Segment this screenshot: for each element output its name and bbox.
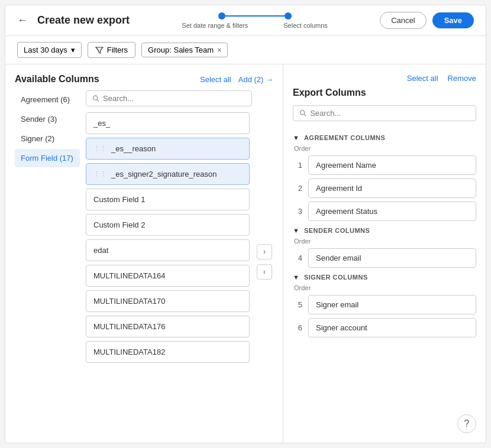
export-item-num: 3 <box>293 207 302 216</box>
left-panel-title: Available Columns <box>15 74 99 85</box>
filters-label: Filters <box>107 46 128 54</box>
export-item: 4 Sender email <box>293 248 476 268</box>
list-item[interactable]: MULTILINEDATA182 <box>86 341 250 363</box>
export-item-label: Signer email <box>308 295 476 314</box>
content-area: Available Columns Select all Add (2) → A… <box>5 64 486 443</box>
category-list: Agreement (6) Sender (3) Signer (2) Form… <box>15 90 80 433</box>
search-icon <box>92 95 99 102</box>
chevron-down-icon: ▾ <box>71 46 75 54</box>
export-item-label: Agreement Status <box>308 202 476 221</box>
step-line <box>225 15 285 17</box>
export-item: 5 Signer email <box>293 295 476 314</box>
sidebar-item-form-field[interactable]: Form Field (17) <box>15 149 80 167</box>
date-range-select[interactable]: Last 30 days ▾ <box>17 42 82 58</box>
item-label: Custom Field 2 <box>93 220 145 229</box>
left-panel-header: Available Columns Select all Add (2) → <box>15 74 273 85</box>
date-range-label: Last 30 days <box>24 46 67 54</box>
filter-icon <box>95 46 104 54</box>
item-label: MULTILINEDATA164 <box>93 271 165 280</box>
column-items: _es_ ⋮⋮ _es__reason ⋮⋮ _es_signer2_signa… <box>86 112 252 433</box>
sidebar-item-sender[interactable]: Sender (3) <box>15 110 80 128</box>
right-panel: Select all Remove Export Columns ▼ AGREE… <box>283 64 486 443</box>
item-label: _es__reason <box>111 144 156 153</box>
item-label: _es_ <box>93 119 110 128</box>
filter-tag-label: Group: Sales Team <box>148 46 214 54</box>
export-search-icon <box>299 109 306 117</box>
drag-handle-icon: ⋮⋮ <box>93 170 106 178</box>
header-actions: Cancel Save <box>380 12 474 29</box>
item-label: MULTILINEDATA182 <box>93 348 165 356</box>
list-item[interactable]: ⋮⋮ _es__reason <box>86 138 250 160</box>
page-title: Create new export <box>37 14 130 27</box>
select-all-link[interactable]: Select all <box>200 75 231 84</box>
export-item: 3 Agreement Status <box>293 202 476 221</box>
sidebar-item-signer[interactable]: Signer (2) <box>15 129 80 148</box>
export-select-all[interactable]: Select all <box>407 74 438 83</box>
list-item[interactable]: Custom Field 2 <box>86 214 250 236</box>
step2-label: Select columns <box>283 22 328 29</box>
move-left-button[interactable]: ‹ <box>257 264 272 280</box>
drag-handle-icon: ⋮⋮ <box>93 145 106 152</box>
left-content: Agreement (6) Sender (3) Signer (2) Form… <box>15 90 273 433</box>
filter-tag: Group: Sales Team × <box>141 43 228 57</box>
item-label: edat <box>93 246 108 255</box>
export-item-num: 4 <box>293 254 302 262</box>
column-search-box <box>86 90 252 106</box>
export-item: 6 Signer account <box>293 318 476 337</box>
export-item-num: 5 <box>293 300 302 309</box>
section-toggle-signer[interactable]: ▼ <box>293 274 299 281</box>
section-name-signer: SIGNER COLUMNS <box>304 274 368 281</box>
left-panel: Available Columns Select all Add (2) → A… <box>5 64 283 443</box>
toolbar: Last 30 days ▾ Filters Group: Sales Team… <box>5 36 486 64</box>
item-label: MULTILINEDATA170 <box>93 297 165 306</box>
svg-line-1 <box>97 99 99 101</box>
export-item-label: Sender email <box>308 248 476 268</box>
section-header-signer: ▼ SIGNER COLUMNS <box>293 274 476 281</box>
save-button[interactable]: Save <box>432 12 474 28</box>
export-search-box <box>293 105 476 121</box>
right-panel-title-row: Export Columns <box>293 87 476 98</box>
export-item: 1 Agreement Name <box>293 155 476 175</box>
order-label-sender: Order <box>293 238 476 245</box>
arrow-buttons: › ‹ <box>256 90 273 433</box>
help-button[interactable]: ? <box>457 414 476 433</box>
svg-point-0 <box>93 96 97 100</box>
help-icon: ? <box>464 418 470 429</box>
right-panel-header: Select all Remove <box>293 74 476 83</box>
export-item-label: Agreement Name <box>308 155 476 175</box>
item-label: _es_signer2_signature_reason <box>111 170 217 178</box>
svg-line-3 <box>304 114 306 116</box>
column-search-input[interactable] <box>103 94 246 103</box>
section-toggle-agreement[interactable]: ▼ <box>293 134 299 141</box>
back-button[interactable]: ← <box>17 14 28 27</box>
step1-dot <box>218 12 225 20</box>
item-label: Custom Field 1 <box>93 195 145 204</box>
column-list-wrapper: _es_ ⋮⋮ _es__reason ⋮⋮ _es_signer2_signa… <box>86 90 252 433</box>
export-item-label: Agreement Id <box>308 178 476 198</box>
section-name-agreement: AGREEMENT COLUMNS <box>304 134 385 141</box>
section-toggle-sender[interactable]: ▼ <box>293 227 299 234</box>
list-item[interactable]: MULTILINEDATA164 <box>86 265 250 287</box>
list-item[interactable]: _es_ <box>86 112 250 134</box>
add-button[interactable]: Add (2) → <box>238 75 273 84</box>
list-item[interactable]: MULTILINEDATA170 <box>86 290 250 312</box>
list-item[interactable]: Custom Field 1 <box>86 189 250 210</box>
move-right-button[interactable]: › <box>257 244 272 259</box>
list-item[interactable]: ⋮⋮ _es_signer2_signature_reason <box>86 163 250 185</box>
list-item[interactable]: edat <box>86 239 250 261</box>
sidebar-item-agreement[interactable]: Agreement (6) <box>15 90 80 109</box>
filter-tag-close[interactable]: × <box>217 46 221 54</box>
cancel-button[interactable]: Cancel <box>380 12 426 29</box>
filters-button[interactable]: Filters <box>88 42 135 58</box>
section-header-agreement: ▼ AGREEMENT COLUMNS <box>293 134 476 141</box>
svg-point-2 <box>300 111 304 115</box>
item-label: MULTILINEDATA176 <box>93 322 165 331</box>
stepper: Set date range & filters Select columns <box>130 12 380 29</box>
section-name-sender: SENDER COLUMNS <box>304 227 370 234</box>
remove-link[interactable]: Remove <box>448 74 476 83</box>
export-item-num: 6 <box>293 323 302 332</box>
order-label-signer: Order <box>293 284 476 291</box>
list-item[interactable]: MULTILINEDATA176 <box>86 316 250 337</box>
step1-label: Set date range & filters <box>182 22 248 29</box>
export-search-input[interactable] <box>310 109 470 118</box>
